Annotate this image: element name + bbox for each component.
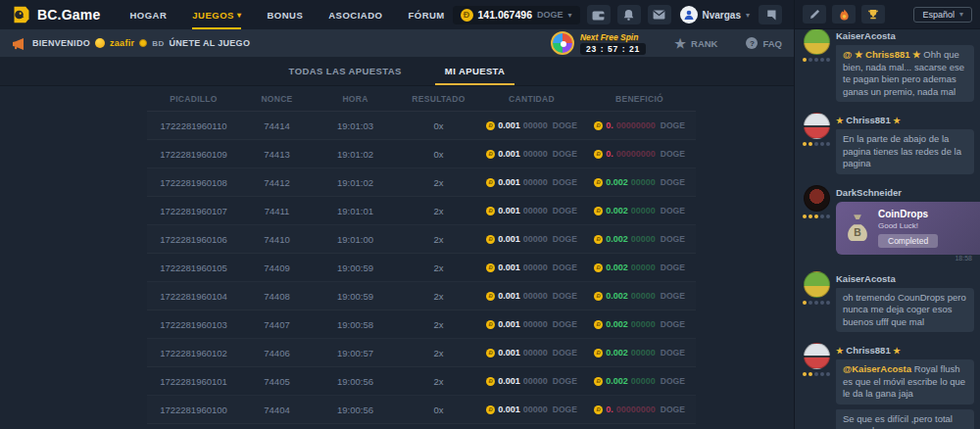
- bet-result: 2x: [397, 291, 480, 302]
- table-row[interactable]: 1722281960101 74405 19:00:56 2x Ð0.00100…: [147, 367, 696, 396]
- table-row[interactable]: 1722281960103 74407 19:00:58 2x Ð0.00100…: [147, 310, 696, 339]
- avatar[interactable]: [804, 29, 830, 55]
- nav-item-juegos[interactable]: JUEGOS▾: [192, 0, 241, 29]
- bet-amount: Ð0.00100000DOGE: [480, 206, 583, 215]
- bet-nonce: 74407: [240, 319, 314, 330]
- bet-time: 19:00:58: [314, 319, 397, 330]
- faq-button[interactable]: ? FAQ: [746, 37, 782, 49]
- table-row[interactable]: 1722281960105 74409 19:00:59 2x Ð0.00100…: [147, 254, 696, 282]
- chat-username[interactable]: ★ Chriss881 ★: [836, 345, 974, 356]
- chat-username[interactable]: ★ Chriss881 ★: [836, 115, 974, 125]
- avatar[interactable]: [804, 271, 830, 298]
- bet-time: 19:00:59: [314, 262, 397, 273]
- notifications-button[interactable]: [617, 5, 641, 24]
- table-row[interactable]: 1722281960100 74404 19:00:56 0x Ð0.00100…: [147, 396, 696, 424]
- bet-result: 2x: [397, 319, 480, 330]
- chat-bubble: @KaiserAcosta Royal flush es que el móvi…: [836, 359, 974, 405]
- doge-coin-icon: Ð: [594, 320, 603, 329]
- avatar[interactable]: [804, 113, 830, 139]
- main-column: BC.Game HOGAR JUEGOS▾ BONUS ASOCIADO FÓR…: [0, 0, 794, 429]
- star-icon: ★: [893, 116, 901, 125]
- table-row[interactable]: 1722281960110 74414 19:01:03 0x Ð0.00100…: [147, 112, 696, 140]
- avatar[interactable]: [804, 185, 830, 212]
- nav-right: Ð 141.067496 DOGE ▾ Nvargas ▾: [453, 5, 783, 24]
- chat-username[interactable]: KaiserAcosta: [836, 30, 974, 41]
- tab-my-bet[interactable]: MI APUESTA: [445, 57, 506, 85]
- doge-coin-icon: Ð: [486, 121, 495, 130]
- table-row[interactable]: 1722281960104 74408 19:00:59 2x Ð0.00100…: [147, 282, 696, 310]
- message-timestamp: 18:58: [836, 255, 972, 262]
- mention[interactable]: @KaiserAcosta: [843, 363, 911, 374]
- chat-username[interactable]: KaiserAcosta: [836, 273, 974, 284]
- avatar-column: [803, 29, 830, 107]
- doge-coin-icon: Ð: [594, 349, 603, 358]
- table-row[interactable]: 1722281960107 74411 19:01:01 2x Ð0.00100…: [147, 197, 696, 225]
- doge-coin-icon: Ð: [594, 292, 603, 301]
- message-body: DarkSchneider B CoinDrops Good Luck! Com…: [836, 185, 974, 265]
- nav-item-bonus[interactable]: BONUS: [267, 0, 303, 29]
- table-row[interactable]: 1722281960109 74413 19:01:02 0x Ð0.00100…: [147, 140, 696, 168]
- chat-bubble: @ ★ Chriss881 ★ Ohh que bien, nada mal..…: [836, 45, 974, 102]
- mention[interactable]: @ ★ Chriss881 ★: [843, 49, 921, 60]
- bet-profit: Ð0.00200000DOGE: [583, 262, 696, 272]
- col-result: RESULTADO: [397, 94, 480, 104]
- bet-hash: 1722281960103: [147, 319, 240, 330]
- brand-logo[interactable]: BC.Game: [12, 5, 100, 24]
- doge-coin-icon: Ð: [594, 377, 603, 386]
- coindrop-button[interactable]: [832, 5, 856, 24]
- nav-item-forum[interactable]: FÓRUM: [408, 0, 444, 29]
- message-body: KaiserAcosta @ ★ Chriss881 ★ Ohh que bie…: [836, 29, 974, 107]
- nav-item-hogar[interactable]: HOGAR: [129, 0, 167, 29]
- bet-time: 19:01:02: [314, 177, 397, 188]
- welcomed-username[interactable]: zaafir: [110, 38, 134, 48]
- coindrop-card[interactable]: B CoinDrops Good Luck! Completed: [836, 202, 980, 255]
- col-nonce: NONCE: [240, 94, 314, 104]
- chat-message: ★ Chriss881 ★ @KaiserAcosta Royal flush …: [803, 343, 974, 429]
- bet-hash: 1722281960101: [147, 376, 240, 387]
- bet-amount: Ð0.00100000DOGE: [480, 262, 583, 272]
- bet-nonce: 74414: [240, 120, 314, 131]
- avatar-column: [803, 343, 830, 429]
- chat-sidebar: Español ▾ KaiserAcosta @ ★ Chriss881 ★ O…: [794, 0, 980, 429]
- bet-time: 19:00:59: [314, 291, 397, 302]
- table-row[interactable]: 1722281960106 74410 19:01:00 2x Ð0.00100…: [147, 225, 696, 254]
- bell-icon: [623, 9, 634, 21]
- svg-text:B: B: [854, 227, 861, 238]
- balance-selector[interactable]: Ð 141.067496 DOGE ▾: [453, 6, 580, 24]
- nav-item-asociado[interactable]: ASOCIADO: [328, 0, 382, 29]
- chat-toggle-button[interactable]: [759, 5, 782, 24]
- user-name: Nvargas: [703, 10, 741, 21]
- doge-coin-icon: Ð: [486, 178, 495, 187]
- chat-rules-button[interactable]: [803, 5, 826, 24]
- doge-coin-icon: Ð: [594, 178, 603, 187]
- bet-time: 19:01:02: [314, 149, 397, 160]
- inbox-button[interactable]: [648, 5, 671, 24]
- bet-time: 19:01:01: [314, 206, 397, 216]
- avatar[interactable]: [804, 343, 830, 369]
- coindrop-subtitle: Good Luck!: [878, 221, 938, 230]
- star-icon: ★: [836, 116, 844, 125]
- trophy-icon: [867, 9, 879, 20]
- language-selector[interactable]: Español ▾: [913, 7, 972, 23]
- table-row[interactable]: 1722281960108 74412 19:01:02 2x Ð0.00100…: [147, 168, 696, 197]
- wallet-button[interactable]: [587, 5, 611, 24]
- tab-all-bets[interactable]: TODAS LAS APUESTAS: [289, 57, 402, 85]
- user-menu[interactable]: Nvargas ▾: [680, 6, 750, 24]
- rank-button[interactable]: ★ RANK: [674, 37, 717, 50]
- table-row[interactable]: 1722281960102 74406 19:00:57 2x Ð0.00100…: [147, 339, 696, 367]
- bet-profit: Ð0.00200000DOGE: [583, 234, 696, 244]
- user-avatar: [680, 6, 698, 24]
- bet-amount: Ð0.00100000DOGE: [480, 149, 583, 159]
- user-level-stars: [803, 58, 830, 62]
- free-spin-widget[interactable]: Next Free Spin 23 : 57 : 21: [551, 31, 646, 55]
- message-body: KaiserAcosta oh tremendo CounDrops pero …: [836, 271, 974, 338]
- chevron-down-icon: ▾: [237, 11, 242, 20]
- coindrop-completed-button[interactable]: Completed: [878, 234, 938, 248]
- bet-amount: Ð0.00100000DOGE: [480, 376, 583, 386]
- chat-messages: KaiserAcosta @ ★ Chriss881 ★ Ohh que bie…: [795, 29, 980, 429]
- nav-links: HOGAR JUEGOS▾ BONUS ASOCIADO FÓRUM: [129, 0, 444, 29]
- doge-coin-icon: Ð: [486, 263, 495, 272]
- chat-username[interactable]: DarkSchneider: [836, 187, 974, 198]
- contest-button[interactable]: [861, 5, 885, 24]
- bets-tabs: TODAS LAS APUESTAS MI APUESTA: [0, 57, 794, 86]
